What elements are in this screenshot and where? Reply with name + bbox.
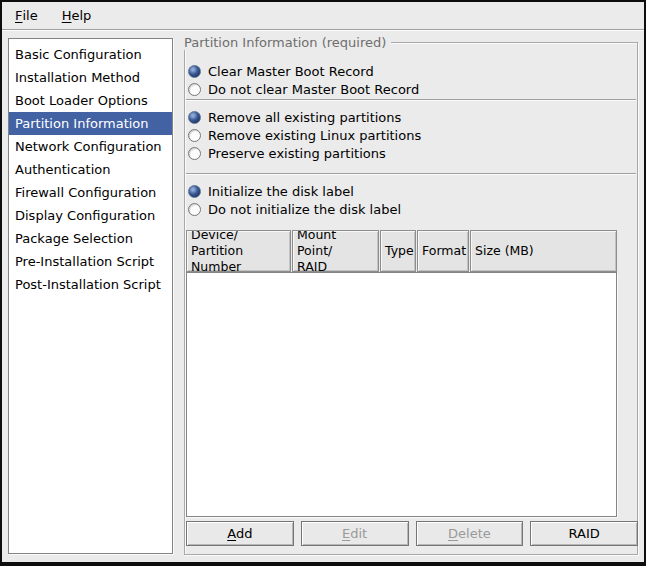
window-body: FileHelp Basic ConfigurationInstallation…: [2, 2, 644, 562]
raid-button[interactable]: RAID: [530, 521, 638, 546]
radio-option-remove-all-existing-partitions[interactable]: Remove all existing partitions: [186, 108, 626, 126]
sidebar-item-boot-loader-options[interactable]: Boot Loader Options: [9, 89, 172, 112]
sidebar-item-network-configuration[interactable]: Network Configuration: [9, 135, 172, 158]
column-header-mount-point-[interactable]: Mount Point/ RAID: [292, 230, 379, 272]
radio-selected-icon[interactable]: [188, 111, 201, 124]
sidebar-item-pre-installation-script[interactable]: Pre-Installation Script: [9, 250, 172, 273]
sidebar-item-post-installation-script[interactable]: Post-Installation Script: [9, 273, 172, 296]
sidebar-item-installation-method[interactable]: Installation Method: [9, 66, 172, 89]
radio-label: Remove existing Linux partitions: [208, 128, 421, 143]
radio-option-do-not-initialize-the-disk-label[interactable]: Do not initialize the disk label: [186, 200, 626, 218]
radio-option-initialize-the-disk-label[interactable]: Initialize the disk label: [186, 182, 626, 200]
radio-option-remove-existing-linux-partitions[interactable]: Remove existing Linux partitions: [186, 126, 626, 144]
radio-label: Remove all existing partitions: [208, 110, 401, 125]
radio-label: Initialize the disk label: [208, 184, 354, 199]
radio-label: Do not initialize the disk label: [208, 202, 401, 217]
column-header-format[interactable]: Format: [417, 230, 469, 272]
sidebar-category-list[interactable]: Basic ConfigurationInstallation MethodBo…: [8, 38, 173, 554]
radio-selected-icon[interactable]: [188, 185, 201, 198]
menu-bar: FileHelp: [2, 2, 644, 30]
partition-button-row: AddEditDeleteRAID: [186, 521, 638, 546]
radio-unselected-icon[interactable]: [188, 203, 201, 216]
menu-item-file[interactable]: File: [3, 2, 50, 29]
partition-table-body[interactable]: [186, 272, 617, 517]
edit-button: Edit: [301, 521, 409, 546]
kickstart-configurator-window: FileHelp Basic ConfigurationInstallation…: [0, 0, 646, 566]
separator: [186, 173, 636, 175]
radio-unselected-icon[interactable]: [188, 129, 201, 142]
radio-label: Preserve existing partitions: [208, 146, 386, 161]
sidebar-item-package-selection[interactable]: Package Selection: [9, 227, 172, 250]
add-button[interactable]: Add: [186, 521, 294, 546]
menu-item-help[interactable]: Help: [50, 2, 104, 29]
radio-option-preserve-existing-partitions[interactable]: Preserve existing partitions: [186, 144, 626, 162]
column-header-type[interactable]: Type: [380, 230, 416, 272]
sidebar-item-firewall-configuration[interactable]: Firewall Configuration: [9, 181, 172, 204]
delete-button: Delete: [416, 521, 524, 546]
radio-group-existing-partitions: Remove all existing partitionsRemove exi…: [186, 108, 626, 162]
column-header-device-[interactable]: Device/ Partition Number: [186, 230, 291, 272]
sidebar-item-authentication[interactable]: Authentication: [9, 158, 172, 181]
radio-label: Clear Master Boot Record: [208, 64, 374, 79]
separator: [186, 99, 636, 101]
radio-label: Do not clear Master Boot Record: [208, 82, 419, 97]
radio-unselected-icon[interactable]: [188, 83, 201, 96]
radio-option-do-not-clear-master-boot-record[interactable]: Do not clear Master Boot Record: [186, 80, 626, 98]
column-header-size-mb-[interactable]: Size (MB): [470, 230, 617, 272]
radio-option-clear-master-boot-record[interactable]: Clear Master Boot Record: [186, 62, 626, 80]
partition-table-header: Device/ Partition NumberMount Point/ RAI…: [186, 230, 617, 272]
sidebar-item-basic-configuration[interactable]: Basic Configuration: [9, 43, 172, 66]
radio-group-master-boot-record: Clear Master Boot RecordDo not clear Mas…: [186, 62, 626, 98]
radio-unselected-icon[interactable]: [188, 147, 201, 160]
radio-selected-icon[interactable]: [188, 65, 201, 78]
sidebar-item-display-configuration[interactable]: Display Configuration: [9, 204, 172, 227]
radio-group-disk-label: Initialize the disk labelDo not initiali…: [186, 182, 626, 218]
sidebar-item-partition-information[interactable]: Partition Information: [9, 112, 172, 135]
frame-title: Partition Information (required): [184, 35, 391, 50]
